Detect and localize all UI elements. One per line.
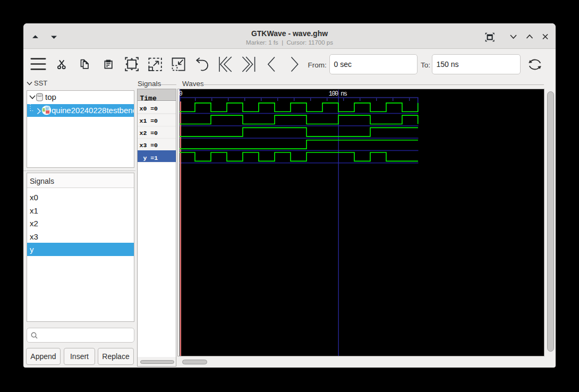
svg-text:b: b [46, 107, 48, 110]
svg-text:100 ns: 100 ns [329, 90, 347, 98]
